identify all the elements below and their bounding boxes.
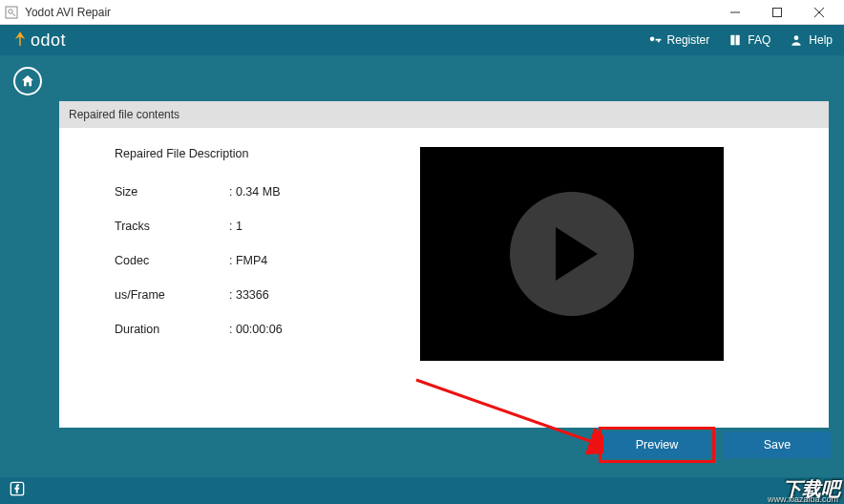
- duration-label: Duration: [115, 323, 229, 336]
- field-codec: Codec : FMP4: [115, 254, 382, 267]
- field-size: Size : 0.34 MB: [115, 185, 382, 199]
- app-icon: [4, 5, 19, 20]
- help-link[interactable]: Help: [790, 33, 833, 47]
- size-value: : 0.34 MB: [229, 185, 281, 199]
- tracks-value: : 1: [229, 220, 243, 233]
- play-icon: [510, 192, 634, 316]
- logo-mark-icon: [11, 32, 29, 49]
- action-buttons: Preview Save: [603, 431, 831, 458]
- svg-rect-4: [773, 8, 782, 16]
- footer-bar: [0, 477, 844, 504]
- svg-rect-0: [6, 7, 17, 18]
- duration-value: : 00:00:06: [229, 323, 283, 336]
- logo: odot: [11, 31, 66, 51]
- faq-link[interactable]: FAQ: [728, 33, 770, 47]
- usframe-label: us/Frame: [115, 288, 229, 302]
- close-button[interactable]: [798, 0, 840, 25]
- register-label: Register: [667, 33, 710, 47]
- field-usframe: us/Frame : 33366: [115, 288, 382, 302]
- register-link[interactable]: Register: [648, 33, 710, 47]
- codec-label: Codec: [115, 254, 229, 267]
- book-icon: [728, 33, 742, 47]
- app-header: odot Register FAQ Help: [0, 25, 844, 55]
- svg-line-2: [12, 12, 16, 16]
- main-area: Repaired file contents Repaired File Des…: [0, 55, 844, 504]
- field-tracks: Tracks : 1: [115, 220, 382, 233]
- home-icon: [20, 74, 35, 89]
- facebook-icon[interactable]: [10, 481, 25, 500]
- file-description: Repaired File Description Size : 0.34 MB…: [115, 147, 382, 361]
- faq-label: FAQ: [748, 33, 770, 47]
- minimize-button[interactable]: [714, 0, 756, 25]
- home-button[interactable]: [13, 67, 42, 95]
- codec-value: : FMP4: [229, 254, 267, 267]
- key-icon: [648, 33, 662, 47]
- save-button[interactable]: Save: [724, 431, 831, 458]
- person-icon: [790, 33, 803, 47]
- description-title: Repaired File Description: [115, 147, 382, 160]
- size-label: Size: [115, 185, 229, 199]
- usframe-value: : 33366: [229, 288, 269, 302]
- preview-button[interactable]: Preview: [603, 431, 710, 458]
- tracks-label: Tracks: [115, 220, 229, 233]
- window-titlebar: Yodot AVI Repair: [0, 0, 844, 25]
- help-label: Help: [809, 33, 833, 47]
- maximize-button[interactable]: [756, 0, 798, 25]
- field-duration: Duration : 00:00:06: [115, 323, 382, 336]
- video-preview[interactable]: [420, 147, 724, 361]
- logo-text: odot: [31, 31, 66, 50]
- panel-header: Repaired file contents: [59, 101, 829, 128]
- results-panel: Repaired file contents Repaired File Des…: [59, 101, 829, 428]
- svg-point-7: [794, 35, 799, 40]
- window-title: Yodot AVI Repair: [25, 6, 714, 19]
